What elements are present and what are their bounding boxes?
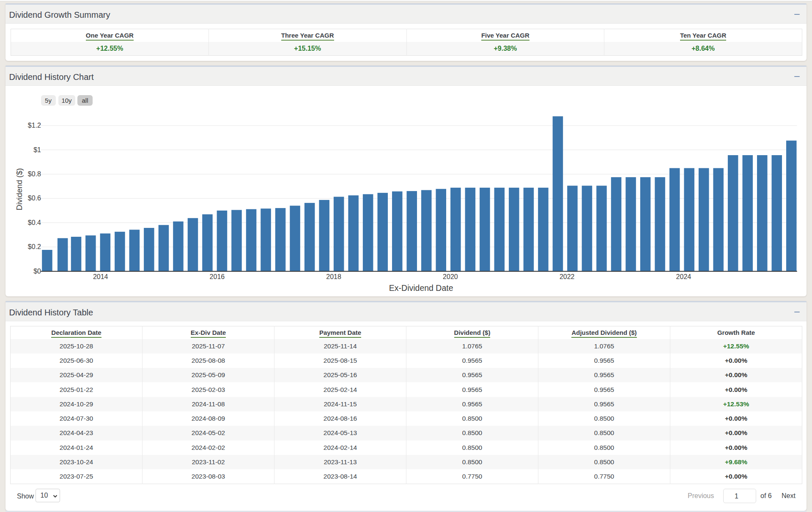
svg-text:$1.2: $1.2	[28, 122, 41, 129]
svg-text:2020: 2020	[443, 273, 458, 280]
svg-text:Ex-Dividend Date: Ex-Dividend Date	[389, 283, 453, 293]
svg-text:2016: 2016	[210, 273, 225, 280]
svg-text:2018: 2018	[326, 273, 341, 280]
svg-text:$0.4: $0.4	[28, 219, 41, 226]
svg-text:2014: 2014	[93, 273, 108, 280]
svg-text:$0.2: $0.2	[28, 243, 41, 250]
svg-text:2022: 2022	[560, 273, 575, 280]
svg-text:2024: 2024	[676, 273, 691, 280]
svg-text:$1: $1	[33, 146, 41, 153]
svg-text:$0.6: $0.6	[28, 194, 41, 202]
svg-text:Dividend ($): Dividend ($)	[15, 168, 24, 211]
svg-text:$0: $0	[33, 268, 41, 275]
svg-text:$0.8: $0.8	[28, 170, 41, 178]
